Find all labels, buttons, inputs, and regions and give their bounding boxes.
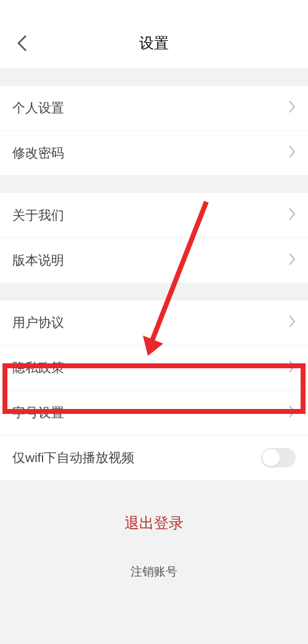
chevron-left-icon [17, 35, 27, 52]
chevron-right-icon [288, 207, 296, 224]
item-wifi-autoplay[interactable]: 仅wifi下自动播放视频 [0, 436, 308, 480]
section-gap [0, 283, 308, 300]
item-label: 用户协议 [12, 314, 64, 331]
chevron-right-icon [288, 252, 296, 269]
item-font-size[interactable]: 字号设置 [0, 390, 308, 435]
item-label: 修改密码 [12, 144, 64, 162]
logout-section: 退出登录 注销账号 [0, 501, 308, 592]
back-button[interactable] [12, 34, 31, 52]
item-version[interactable]: 版本说明 [0, 238, 308, 283]
delete-account-button[interactable]: 注销账号 [0, 545, 308, 592]
chevron-right-icon [288, 360, 296, 376]
item-label: 版本说明 [12, 252, 64, 269]
item-label: 隐私政策 [12, 359, 64, 376]
page-title: 设置 [0, 33, 308, 53]
item-about[interactable]: 关于我们 [0, 193, 308, 237]
chevron-right-icon [288, 100, 296, 117]
logout-button[interactable]: 退出登录 [0, 501, 308, 545]
toggle-knob [262, 449, 280, 466]
item-personal-settings[interactable]: 个人设置 [0, 86, 308, 130]
section-gap [0, 175, 308, 193]
item-label: 关于我们 [12, 207, 64, 224]
chevron-right-icon [288, 405, 296, 421]
item-change-password[interactable]: 修改密码 [0, 131, 308, 175]
header: 设置 [0, 0, 308, 68]
chevron-right-icon [288, 315, 296, 331]
item-label: 字号设置 [12, 404, 64, 421]
item-privacy[interactable]: 隐私政策 [0, 345, 308, 390]
chevron-right-icon [288, 145, 296, 162]
item-user-agreement[interactable]: 用户协议 [0, 300, 308, 345]
item-label: 个人设置 [12, 99, 64, 117]
item-label: 仅wifi下自动播放视频 [12, 449, 134, 466]
section-gap [0, 68, 308, 86]
toggle-switch[interactable] [261, 448, 296, 468]
